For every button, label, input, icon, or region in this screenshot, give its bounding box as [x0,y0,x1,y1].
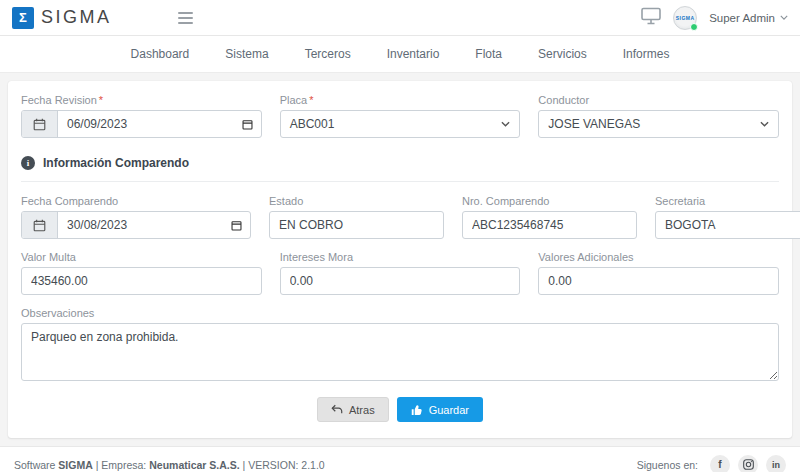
atras-label: Atras [349,404,375,416]
section-informacion-comparendo: i Información Comparendo [21,156,779,170]
field-fecha-revision: Fecha Revision* [21,94,262,138]
fecha-comparendo-input-group [21,211,251,239]
conductor-select[interactable]: JOSE VANEGAS [538,110,779,138]
chevron-down-icon [501,121,510,127]
estado-input-wrap [269,211,444,239]
form-row-3: Valor Multa Intereses Mora Valores Adici… [21,251,779,295]
follow-label: Siguenos en: [637,459,698,471]
placa-select[interactable]: ABC001 [280,110,521,138]
section-divider [21,181,779,182]
footer-software-prefix: Software [14,459,58,471]
field-fecha-comparendo: Fecha Comparendo [21,195,251,239]
footer-empresa-label: | Empresa: [93,459,149,471]
secretaria-input[interactable] [656,218,800,232]
footer-version: | VERSION: 2.1.0 [240,459,325,471]
secretaria-input-wrap [655,211,800,239]
undo-icon [331,404,343,415]
estado-input[interactable] [270,218,443,232]
fecha-revision-input[interactable] [58,117,242,131]
user-avatar[interactable]: SIGMA [673,6,697,30]
header-right: SIGMA Super Admin [641,6,788,30]
logo-symbol: Σ [19,10,27,25]
valores-adicionales-input[interactable] [539,274,778,288]
date-picker-icon[interactable] [242,119,253,130]
guardar-button[interactable]: Guardar [397,397,483,422]
nro-comparendo-input-wrap [462,211,637,239]
conductor-selected-value: JOSE VANEGAS [548,117,640,131]
valor-multa-input[interactable] [22,274,261,288]
field-valor-multa: Valor Multa [21,251,262,295]
valores-adicionales-input-wrap [538,267,779,295]
field-estado: Estado [269,195,444,239]
thumbs-up-icon [411,404,423,416]
fecha-comparendo-input[interactable] [58,218,231,232]
linkedin-icon[interactable]: in [766,455,786,472]
brand-title: SIGMA [41,7,112,28]
calendar-icon [22,111,58,137]
field-conductor: Conductor JOSE VANEGAS [538,94,779,138]
required-marker: * [99,94,103,106]
form-row-1: Fecha Revision* Placa* ABC001 Conductor … [21,94,779,138]
nav-flota[interactable]: Flota [475,47,502,61]
info-icon: i [21,156,35,170]
field-secretaria: Secretaria [655,195,800,239]
nav-sistema[interactable]: Sistema [225,47,268,61]
form-actions: Atras Guardar [21,397,779,422]
main-nav: Dashboard Sistema Terceros Inventario Fl… [0,36,800,73]
footer-social: Siguenos en: f in [637,455,786,472]
valor-multa-input-wrap [21,267,262,295]
nav-informes[interactable]: Informes [623,47,670,61]
nav-servicios[interactable]: Servicios [538,47,587,61]
form-row-2: Fecha Comparendo Estado Nro. Comparendo … [21,195,779,239]
fecha-revision-label: Fecha Revision* [21,94,262,106]
required-marker: * [309,94,313,106]
calendar-icon [22,212,58,238]
footer-info: Software SIGMA | Empresa: Neumaticar S.A… [14,459,325,471]
field-nro-comparendo: Nro. Comparendo [462,195,637,239]
chevron-down-icon [760,121,769,127]
placa-label: Placa* [280,94,521,106]
estado-label: Estado [269,195,444,207]
valores-adicionales-label: Valores Adicionales [538,251,779,263]
valor-multa-label: Valor Multa [21,251,262,263]
intereses-mora-input[interactable] [281,274,520,288]
date-picker-icon[interactable] [231,220,242,231]
online-status-dot [690,23,698,31]
conductor-label: Conductor [538,94,779,106]
fecha-revision-input-group [21,110,262,138]
desktop-icon[interactable] [641,7,661,29]
page-footer: Software SIGMA | Empresa: Neumaticar S.A… [0,446,800,472]
nav-dashboard[interactable]: Dashboard [131,47,190,61]
form-card: Fecha Revision* Placa* ABC001 Conductor … [8,81,792,438]
user-name-label: Super Admin [709,12,775,24]
footer-empresa-name: Neumaticar S.A.S. [149,459,239,471]
observaciones-label: Observaciones [21,307,779,319]
field-valores-adicionales: Valores Adicionales [538,251,779,295]
sigma-logo-icon[interactable]: Σ [12,7,34,29]
nro-comparendo-input[interactable] [463,218,636,232]
nav-inventario[interactable]: Inventario [387,47,440,61]
chevron-down-icon [780,15,788,20]
intereses-mora-input-wrap [280,267,521,295]
menu-toggle-icon[interactable] [174,5,197,31]
field-intereses-mora: Intereses Mora [280,251,521,295]
intereses-mora-label: Intereses Mora [280,251,521,263]
instagram-icon[interactable] [738,455,758,472]
guardar-label: Guardar [429,404,469,416]
secretaria-label: Secretaria [655,195,800,207]
section-title: Información Comparendo [43,156,189,170]
fecha-comparendo-label: Fecha Comparendo [21,195,251,207]
field-observaciones: Observaciones Parqueo en zona prohibida. [21,307,779,385]
top-header: Σ SIGMA SIGMA Super Admin [0,0,800,36]
facebook-icon[interactable]: f [710,455,730,472]
observaciones-textarea[interactable]: Parqueo en zona prohibida. [21,323,779,381]
user-menu[interactable]: Super Admin [709,12,788,24]
placa-selected-value: ABC001 [290,117,335,131]
footer-software-name: SIGMA [58,459,92,471]
field-placa: Placa* ABC001 [280,94,521,138]
atras-button[interactable]: Atras [317,397,389,422]
nav-terceros[interactable]: Terceros [305,47,351,61]
nro-comparendo-label: Nro. Comparendo [462,195,637,207]
